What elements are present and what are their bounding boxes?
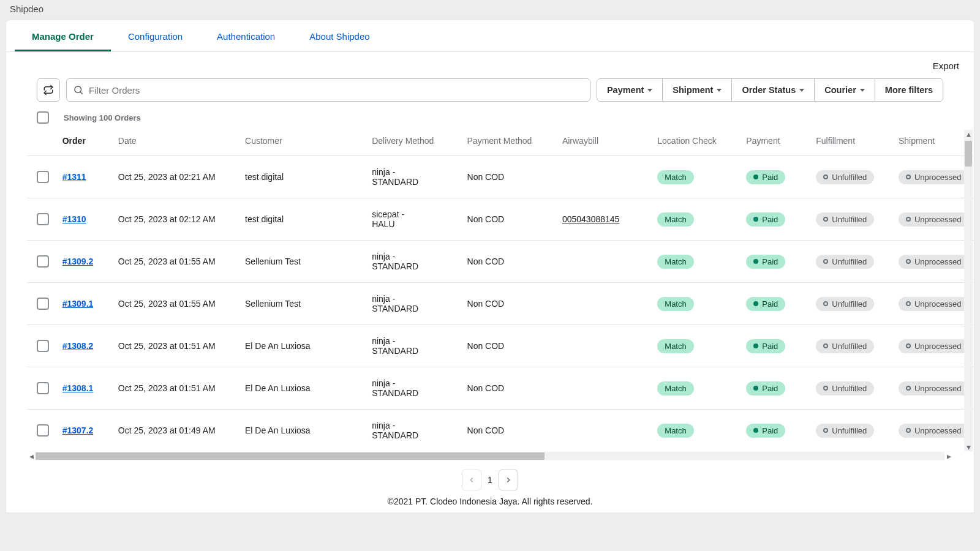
order-link[interactable]: #1310 xyxy=(62,214,86,224)
cell-airwaybill xyxy=(557,283,652,325)
status-dot-icon xyxy=(753,343,758,348)
cell-delivery: ninja -STANDARD xyxy=(367,156,462,198)
svg-point-0 xyxy=(75,86,81,93)
cell-customer: test digital xyxy=(240,198,367,241)
cell-delivery: ninja -STANDARD xyxy=(367,283,462,325)
orders-table: Order Date Customer Delivery Method Paym… xyxy=(27,130,974,451)
cell-payment-method: Non COD xyxy=(462,410,557,452)
cell-airwaybill xyxy=(557,156,652,198)
status-ring-icon xyxy=(906,343,911,348)
table-row[interactable]: #1309.2Oct 25, 2023 at 01:55 AMSellenium… xyxy=(27,241,974,283)
tab-configuration[interactable]: Configuration xyxy=(111,20,200,51)
tab-authentication[interactable]: Authentication xyxy=(200,20,292,51)
status-ring-icon xyxy=(906,217,911,222)
status-ring-icon xyxy=(823,343,828,348)
horizontal-scrollbar[interactable]: ◂ ▸ xyxy=(27,451,953,461)
order-link[interactable]: #1309.1 xyxy=(62,299,94,309)
tab-about-shipdeo[interactable]: About Shipdeo xyxy=(292,20,386,51)
table-row[interactable]: #1311Oct 25, 2023 at 02:21 AMtest digita… xyxy=(27,156,974,198)
cell-payment-method: Non COD xyxy=(462,367,557,410)
location-badge: Match xyxy=(657,339,693,353)
row-checkbox[interactable] xyxy=(37,340,49,352)
toolbar-filters: Payment Shipment Order Status Courier Mo… xyxy=(6,76,974,109)
status-ring-icon xyxy=(906,174,911,179)
filter-order-status[interactable]: Order Status xyxy=(731,79,814,101)
pagination: 1 xyxy=(6,465,974,493)
fulfillment-badge: Unfulfilled xyxy=(816,424,874,438)
fulfillment-badge: Unfulfilled xyxy=(816,255,874,269)
filter-shipment[interactable]: Shipment xyxy=(662,79,731,101)
location-badge: Match xyxy=(657,170,693,184)
row-checkbox[interactable] xyxy=(37,298,49,310)
status-ring-icon xyxy=(823,259,828,264)
order-link[interactable]: #1308.1 xyxy=(62,383,94,393)
payment-badge: Paid xyxy=(746,339,785,353)
select-all-checkbox[interactable] xyxy=(37,111,49,124)
order-link[interactable]: #1311 xyxy=(62,172,86,182)
horizontal-scroll-thumb[interactable] xyxy=(36,452,545,460)
status-dot-icon xyxy=(753,386,758,391)
count-text: Showing 100 Orders xyxy=(64,113,141,122)
search-icon xyxy=(73,84,84,96)
scroll-right-arrow-icon: ▸ xyxy=(944,452,953,460)
payment-badge: Paid xyxy=(746,424,785,438)
row-checkbox[interactable] xyxy=(37,171,49,183)
horizontal-scroll-track[interactable] xyxy=(36,452,944,460)
table-row[interactable]: #1308.1Oct 25, 2023 at 01:51 AMEl De An … xyxy=(27,367,974,410)
table-row[interactable]: #1308.2Oct 25, 2023 at 01:51 AMEl De An … xyxy=(27,325,974,367)
filter-payment[interactable]: Payment xyxy=(597,79,662,101)
next-page-button[interactable] xyxy=(499,470,518,490)
cell-payment-method: Non COD xyxy=(462,325,557,367)
row-checkbox[interactable] xyxy=(37,382,49,394)
tab-manage-order[interactable]: Manage Order xyxy=(15,20,111,51)
table-row[interactable]: #1309.1Oct 25, 2023 at 01:55 AMSellenium… xyxy=(27,283,974,325)
status-ring-icon xyxy=(823,217,828,222)
fulfillment-badge: Unfulfilled xyxy=(816,339,874,353)
sync-button[interactable] xyxy=(37,78,60,102)
cell-airwaybill xyxy=(557,241,652,283)
filter-courier[interactable]: Courier xyxy=(814,79,875,101)
table-row[interactable]: #1307.2Oct 25, 2023 at 01:49 AMEl De An … xyxy=(27,410,974,452)
cell-customer: El De An Luxiosa xyxy=(240,325,367,367)
scroll-down-arrow-icon: ▾ xyxy=(964,443,973,451)
location-badge: Match xyxy=(657,212,693,227)
order-link[interactable]: #1307.2 xyxy=(62,425,94,435)
status-ring-icon xyxy=(906,259,911,264)
order-link[interactable]: #1308.2 xyxy=(62,341,94,351)
filter-group: Payment Shipment Order Status Courier Mo… xyxy=(597,78,943,102)
cell-date: Oct 25, 2023 at 01:51 AM xyxy=(113,325,240,367)
prev-page-button[interactable] xyxy=(462,470,481,490)
col-delivery: Delivery Method xyxy=(367,130,462,156)
tabs: Manage Order Configuration Authenticatio… xyxy=(6,20,974,52)
scroll-up-arrow-icon: ▴ xyxy=(964,130,973,138)
payment-badge: Paid xyxy=(746,170,785,184)
cell-customer: El De An Luxiosa xyxy=(240,410,367,452)
col-customer: Customer xyxy=(240,130,367,156)
location-badge: Match xyxy=(657,424,693,438)
airwaybill-link[interactable]: 005043088145 xyxy=(562,214,619,224)
status-ring-icon xyxy=(823,428,828,433)
col-payment-method: Payment Method xyxy=(462,130,557,156)
export-link[interactable]: Export xyxy=(933,61,959,71)
search-input[interactable] xyxy=(89,85,584,96)
row-checkbox[interactable] xyxy=(37,255,49,268)
chevron-down-icon xyxy=(647,89,652,92)
payment-badge: Paid xyxy=(746,255,785,269)
location-badge: Match xyxy=(657,381,693,395)
chevron-down-icon xyxy=(717,89,722,92)
cell-airwaybill xyxy=(557,325,652,367)
cell-date: Oct 25, 2023 at 02:21 AM xyxy=(113,156,240,198)
status-dot-icon xyxy=(753,174,758,179)
vertical-scroll-thumb[interactable] xyxy=(965,141,972,167)
row-checkbox[interactable] xyxy=(37,424,49,437)
payment-badge: Paid xyxy=(746,381,785,395)
vertical-scrollbar[interactable]: ▴ ▾ xyxy=(964,130,973,451)
order-link[interactable]: #1309.2 xyxy=(62,257,94,266)
cell-payment-method: Non COD xyxy=(462,156,557,198)
status-ring-icon xyxy=(823,386,828,391)
status-dot-icon xyxy=(753,428,758,433)
filter-label: Order Status xyxy=(742,85,796,95)
more-filters-button[interactable]: More filters xyxy=(875,79,943,101)
table-row[interactable]: #1310Oct 25, 2023 at 02:12 AMtest digita… xyxy=(27,198,974,241)
row-checkbox[interactable] xyxy=(37,213,49,225)
